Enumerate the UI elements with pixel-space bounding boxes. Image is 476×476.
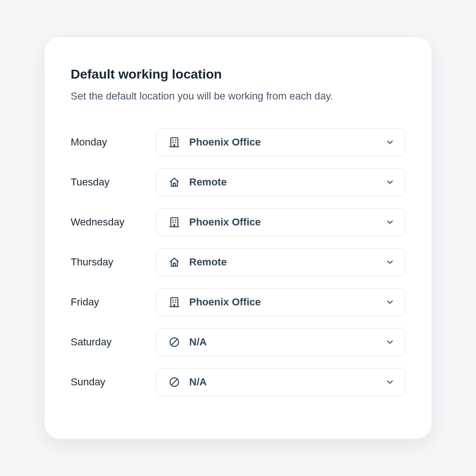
chevron-down-icon [385, 178, 395, 187]
day-label: Thursday [71, 256, 156, 268]
chevron-down-icon [385, 337, 395, 347]
dropdown-value: N/A [189, 376, 385, 388]
location-dropdown-tuesday[interactable]: Remote [156, 168, 405, 196]
day-label: Friday [71, 296, 156, 308]
row-sunday: Sunday N/A [71, 368, 405, 396]
dropdown-value: Phoenix Office [189, 296, 385, 308]
card-title: Default working location [71, 67, 405, 82]
working-location-card: Default working location Set the default… [45, 37, 431, 439]
location-dropdown-wednesday[interactable]: Phoenix Office [156, 208, 405, 236]
row-friday: Friday Phoenix Office [71, 288, 405, 316]
dropdown-value: Remote [189, 256, 385, 268]
dropdown-value: Remote [189, 176, 385, 188]
row-thursday: Thursday Remote [71, 248, 405, 276]
building-icon [168, 136, 181, 149]
location-dropdown-sunday[interactable]: N/A [156, 368, 405, 396]
day-label: Monday [71, 136, 156, 148]
not-available-icon [168, 336, 181, 349]
location-dropdown-saturday[interactable]: N/A [156, 328, 405, 356]
row-tuesday: Tuesday Remote [71, 168, 405, 196]
chevron-down-icon [385, 298, 395, 307]
dropdown-value: Phoenix Office [189, 136, 385, 148]
building-icon [168, 216, 181, 229]
row-saturday: Saturday N/A [71, 328, 405, 356]
location-dropdown-monday[interactable]: Phoenix Office [156, 128, 405, 156]
dropdown-value: Phoenix Office [189, 216, 385, 228]
home-icon [168, 256, 181, 269]
day-rows: Monday Phoenix Office Tuesday Remote Wed… [71, 128, 405, 396]
home-icon [168, 176, 181, 189]
card-subtitle: Set the default location you will be wor… [71, 90, 405, 102]
location-dropdown-friday[interactable]: Phoenix Office [156, 288, 405, 316]
day-label: Saturday [71, 336, 156, 348]
chevron-down-icon [385, 258, 395, 267]
chevron-down-icon [385, 377, 395, 387]
day-label: Tuesday [71, 176, 156, 188]
location-dropdown-thursday[interactable]: Remote [156, 248, 405, 276]
chevron-down-icon [385, 138, 395, 147]
chevron-down-icon [385, 218, 395, 227]
building-icon [168, 296, 181, 309]
row-monday: Monday Phoenix Office [71, 128, 405, 156]
row-wednesday: Wednesday Phoenix Office [71, 208, 405, 236]
day-label: Wednesday [71, 216, 156, 228]
dropdown-value: N/A [189, 336, 385, 348]
not-available-icon [168, 376, 181, 389]
day-label: Sunday [71, 376, 156, 388]
